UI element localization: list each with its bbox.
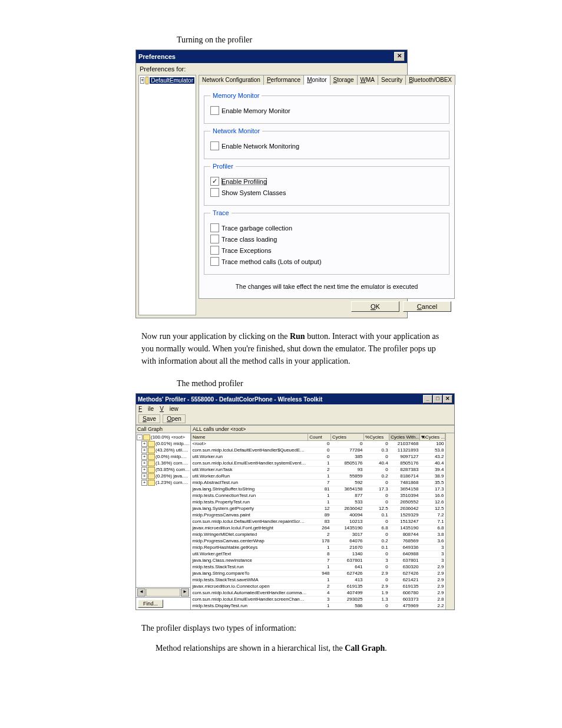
menu-file[interactable]: File <box>138 406 154 412</box>
expand-icon[interactable]: + <box>141 473 147 479</box>
table-cell: 40.4 <box>364 460 389 467</box>
table-row[interactable]: midp.ProgressCanvas.paint89400940.115293… <box>191 512 445 519</box>
table-row[interactable]: midp.tests.PropertyTest.run1533026505521… <box>191 499 445 506</box>
table-row[interactable]: javax.microedition.io.Connector.open2619… <box>191 584 445 590</box>
table-row[interactable]: midp.WringerMIDlet.completed230170808744… <box>191 532 445 538</box>
table-row[interactable]: com.sun.midp.lcdui.EmulEventHandler.scre… <box>191 597 445 603</box>
tab-storage[interactable]: Storage <box>330 75 358 85</box>
menu-view[interactable]: View <box>160 406 178 412</box>
table-row[interactable]: util.Worker.getText8134006409883 <box>191 551 445 558</box>
scroll-track[interactable] <box>146 588 180 597</box>
open-button[interactable]: Open <box>163 414 185 423</box>
tree-node[interactable]: +(1.23%) com.sun.midp.main… <box>137 479 190 486</box>
tree-node[interactable]: +(0.26%) java.util.TimerThrea… <box>137 473 190 479</box>
table-row[interactable]: midp.tests.DisplayTest.run158604759692.2 <box>191 603 445 610</box>
column-header[interactable]: %Cycles ... <box>419 434 445 441</box>
table-row[interactable]: midp.tests.StackTest.run164106303202.9 <box>191 564 445 571</box>
checkbox-row[interactable]: Trace class loading <box>210 235 443 243</box>
table-row[interactable]: midp.ReportHashtable.getKeys1216700.1649… <box>191 545 445 551</box>
vertical-scrollbar[interactable] <box>445 433 454 610</box>
call-graph-tree[interactable]: -(100.0%) <root>+(0.01%) midp.tests.Thre… <box>136 433 190 486</box>
tab-bluetooth-obex[interactable]: Bluetooth/OBEX <box>405 75 455 85</box>
save-button[interactable]: Save <box>138 414 160 423</box>
table-row[interactable]: javax.microedition.lcdui.Font.getHeight2… <box>191 525 445 532</box>
expand-icon[interactable]: + <box>140 77 144 84</box>
tab-wma[interactable]: WMA <box>357 75 378 85</box>
checkbox-icon[interactable] <box>210 141 219 150</box>
expand-icon[interactable]: + <box>141 460 147 466</box>
table-row[interactable]: util.Worker.run03850909712743.2 <box>191 454 445 460</box>
checkbox-icon[interactable] <box>210 246 219 255</box>
checkbox-row[interactable]: Trace garbage collection <box>210 223 443 232</box>
table-row[interactable]: java.lang.System.getProperty12263604212.… <box>191 506 445 512</box>
column-header[interactable]: Cycles <box>331 434 364 441</box>
close-button[interactable]: ✕ <box>394 52 405 61</box>
table-row[interactable]: util.Worker.doRun1558590.2818671438.9 <box>191 473 445 480</box>
tree-node[interactable]: +(0.0%) midp.ProgressCanva… <box>137 453 190 460</box>
close-button[interactable]: ✕ <box>443 395 452 403</box>
table-row[interactable]: midp.tests.StackTest.saveWMA141306214212… <box>191 577 445 584</box>
tab-security[interactable]: Security <box>378 75 406 85</box>
method-table[interactable]: NameCountCycles%CyclesCycles With... ▼%C… <box>191 433 445 610</box>
tree-node[interactable]: -(100.0%) <root> <box>137 434 190 440</box>
table-row[interactable]: com.sun.midp.lcdui.AutomatedEventHandler… <box>191 590 445 597</box>
checkbox-icon[interactable] <box>210 235 219 243</box>
table-row[interactable]: midp.tests.ConnectionTest.run18770351039… <box>191 493 445 499</box>
cancel-button[interactable]: Cancel <box>403 301 451 312</box>
table-cell: midp.WringerMIDlet.completed <box>191 532 308 538</box>
checkbox-icon[interactable] <box>210 257 219 266</box>
table-row[interactable]: midp.ProgressCanvas.centerWrap178640760.… <box>191 538 445 545</box>
table-row[interactable]: com.sun.midp.lcdui.EmulEventHandler.syst… <box>191 460 445 467</box>
tree-node[interactable]: +(53.85%) com.sun.midp.lcdui… <box>137 466 190 473</box>
tree-node[interactable]: +(0.01%) midp.tests.ThreadT… <box>137 440 190 447</box>
checkbox-icon[interactable] <box>210 106 219 115</box>
tree-node[interactable]: +(1.36%) com.sun.midp.midlet… <box>137 460 190 466</box>
checkbox-row[interactable]: Trace Exceptions <box>210 246 443 255</box>
expand-icon[interactable]: + <box>141 467 147 473</box>
checkbox-row[interactable]: Trace method calls (Lots of output) <box>210 257 443 266</box>
table-cell: midp.ReportHashtable.getKeys <box>191 545 308 551</box>
expand-icon[interactable]: + <box>141 441 147 447</box>
table-cell: 0 <box>308 447 331 454</box>
table-row[interactable]: <root>00021037468100 <box>191 441 445 447</box>
column-header[interactable]: %Cycles <box>364 434 389 441</box>
tab-network-configuration[interactable]: Network Configuration <box>199 75 264 85</box>
table-cell: 2 <box>308 584 331 590</box>
checkbox-icon[interactable] <box>210 223 219 232</box>
minimize-button[interactable]: _ <box>423 395 432 403</box>
checkbox-icon[interactable]: ✓ <box>210 177 219 186</box>
ok-button[interactable]: OK <box>351 301 399 312</box>
table-row[interactable]: java.lang.StringBuffer.toString813654158… <box>191 486 445 493</box>
table-row[interactable]: java.lang.String.compareTo9486274262.962… <box>191 571 445 577</box>
horizontal-scrollbar[interactable]: ◄ ► <box>136 587 190 597</box>
tab-performance[interactable]: Performance <box>263 75 304 85</box>
maximize-button[interactable]: □ <box>433 395 442 403</box>
expand-icon[interactable]: + <box>141 454 147 460</box>
tree-node[interactable]: +(43.26%) util.Worker.run <box>137 447 190 453</box>
checkbox-row[interactable]: ✓Enable Profiling <box>210 177 443 186</box>
tree-node-root[interactable]: + DefaultEmulator <box>140 77 194 84</box>
table-row[interactable]: com.sun.midp.lcdui.DefaultEventHandler.r… <box>191 519 445 525</box>
table-row[interactable]: util.Worker.runTask2930828738339.4 <box>191 467 445 473</box>
expand-icon[interactable]: + <box>141 447 147 453</box>
table-row[interactable]: java.lang.Class.newInstance7637801363780… <box>191 558 445 564</box>
column-header[interactable]: Name <box>191 434 308 441</box>
find-button[interactable]: Find... <box>138 599 163 608</box>
tab-monitor[interactable]: Monitor <box>303 75 330 85</box>
scroll-left-icon[interactable]: ◄ <box>137 588 146 597</box>
checkbox-row[interactable]: Enable Network Monitoring <box>210 141 443 150</box>
column-header[interactable]: Count <box>308 434 331 441</box>
column-header[interactable]: Cycles With... ▼ <box>389 434 420 441</box>
checkbox-row[interactable]: Enable Memory Monitor <box>210 106 443 115</box>
checkbox-row[interactable]: Show System Classes <box>210 188 443 197</box>
checkbox-icon[interactable] <box>210 188 219 197</box>
folder-icon <box>148 441 155 447</box>
table-cell: 12.5 <box>419 506 445 512</box>
table-row[interactable]: midp.AbstractTest.run75920748186835.5 <box>191 480 445 486</box>
collapse-icon[interactable]: - <box>137 434 143 440</box>
expand-icon[interactable]: + <box>141 480 147 486</box>
table-row[interactable]: com.sun.midp.lcdui.DefaultEventHandler$Q… <box>191 447 445 454</box>
tree-pane[interactable]: + DefaultEmulator <box>138 75 196 315</box>
scroll-right-icon[interactable]: ► <box>181 588 189 597</box>
tree-node-label[interactable]: DefaultEmulator <box>150 77 194 84</box>
